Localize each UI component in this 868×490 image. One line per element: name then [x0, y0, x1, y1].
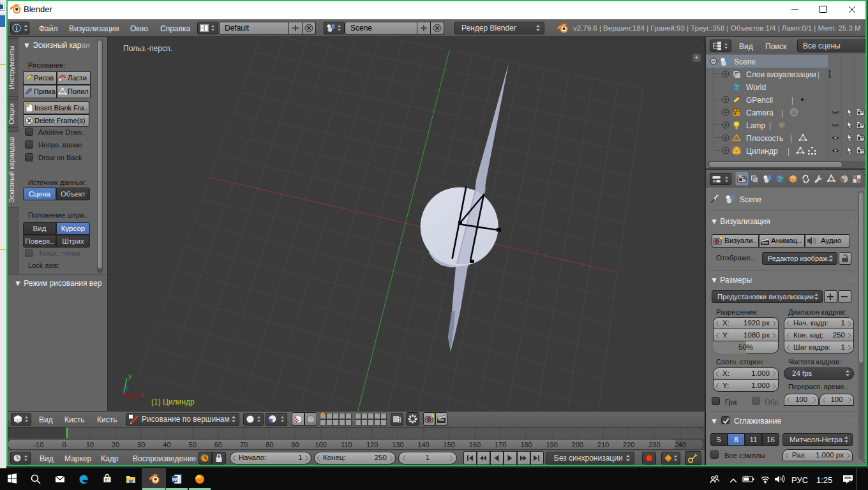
svg-text:10: 10: [86, 441, 94, 449]
svg-text:190: 190: [546, 441, 557, 449]
svg-text:i: i: [16, 26, 18, 32]
svg-text:100: 100: [315, 441, 327, 449]
svg-text:200: 200: [572, 441, 583, 449]
svg-text:170: 170: [495, 441, 506, 449]
svg-text:150: 150: [444, 441, 455, 449]
svg-text:60: 60: [214, 441, 222, 449]
svg-text:80: 80: [266, 441, 273, 449]
svg-text:120: 120: [366, 441, 378, 449]
svg-text:240: 240: [674, 441, 685, 449]
svg-text:90: 90: [291, 441, 299, 449]
svg-text:20: 20: [112, 441, 119, 449]
svg-text:160: 160: [469, 441, 481, 449]
svg-text:y: y: [128, 372, 132, 380]
svg-text:130: 130: [392, 441, 403, 449]
svg-text:0: 0: [63, 441, 66, 449]
svg-text:40: 40: [163, 441, 170, 449]
svg-text:140: 140: [417, 441, 429, 449]
svg-text:230: 230: [648, 441, 660, 449]
svg-text:70: 70: [240, 441, 248, 449]
svg-text:210: 210: [597, 441, 609, 449]
svg-text:30: 30: [137, 441, 145, 449]
svg-text:W: W: [172, 477, 177, 482]
svg-text:110: 110: [341, 441, 352, 449]
svg-text:220: 220: [623, 441, 634, 449]
svg-text:50: 50: [189, 441, 197, 449]
svg-text:180: 180: [520, 441, 532, 449]
svg-text:z: z: [126, 383, 130, 391]
svg-text:x: x: [140, 390, 144, 398]
svg-text:-10: -10: [33, 441, 43, 449]
